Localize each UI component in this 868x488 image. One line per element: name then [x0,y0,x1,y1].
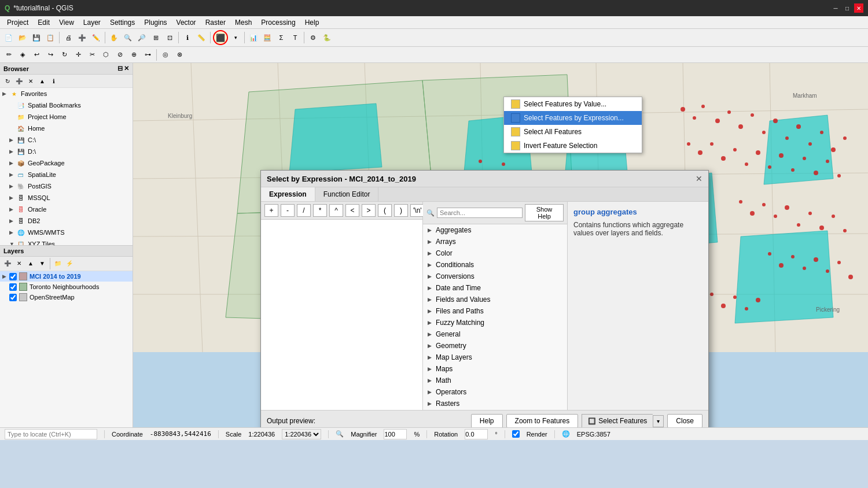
op-gt[interactable]: > [362,204,376,217]
snap-btn[interactable]: ⊶ [141,49,154,61]
print-layout-btn[interactable]: 🖨 [62,31,75,44]
browser-up-btn[interactable]: ▲ [37,76,47,86]
attr-table-btn[interactable]: 📊 [247,31,260,44]
fn-group-rasters[interactable]: ▶Rasters [423,398,567,409]
tab-function-editor[interactable]: Function Editor [315,187,379,201]
zoom-to-features-btn[interactable]: Zoom to Features [506,414,579,427]
render-checkbox[interactable] [512,430,520,438]
browser-item-db2[interactable]: ▶ 🗄 DB2 [0,215,133,227]
fn-group-operators[interactable]: ▶Operators [423,386,567,398]
new-project-btn[interactable]: 📄 [2,31,15,44]
browser-item-mssql[interactable]: ▶ 🗄 MSSQL [0,192,133,204]
expression-input[interactable] [261,220,422,410]
browser-info-btn[interactable]: ℹ [49,76,59,86]
select-dropdown-btn[interactable]: ▾ [229,31,242,44]
browser-item-c-drive[interactable]: ▶ 💾 C:\ [0,134,133,146]
add-layer-btn[interactable]: ➕ [76,31,89,44]
move-btn[interactable]: ✛ [72,49,84,61]
function-search-input[interactable] [437,208,523,218]
browser-item-xyz[interactable]: ▼ 📋 XYZ Tiles [0,238,133,245]
menu-settings[interactable]: Settings [105,17,139,28]
menu-help[interactable]: Help [300,17,324,28]
digitize-btn2[interactable]: ✏ [2,49,15,61]
zoom-full-btn[interactable]: ⊞ [149,31,162,44]
op-lt[interactable]: < [345,204,359,217]
label-btn[interactable]: T [289,31,301,44]
browser-refresh-btn[interactable]: ↻ [2,76,13,86]
layer-remove-btn[interactable]: ✕ [14,258,24,268]
dropdown-select-by-value[interactable]: Select Features by Value... [504,97,642,111]
fn-group-conversions[interactable]: ▶Conversions [423,271,567,282]
op-open-paren[interactable]: ( [378,204,392,217]
menu-view[interactable]: View [54,17,79,28]
save-project-btn[interactable]: 💾 [30,31,43,44]
menu-mesh[interactable]: Mesh [230,17,256,28]
dialog-close-x-btn[interactable]: ✕ [696,174,703,183]
browser-add-btn[interactable]: ➕ [14,76,24,86]
fill-ring-btn[interactable]: ⊗ [173,49,186,61]
browser-item-project-home[interactable]: 📁 Project Home [0,111,133,123]
browser-item-d-drive[interactable]: ▶ 💾 D:\ [0,146,133,157]
fn-group-fields-values[interactable]: ▶Fields and Values [423,294,567,305]
fn-group-maps[interactable]: ▶Maps [423,363,567,375]
select-features-dropdown-btn[interactable]: ▾ [653,415,664,427]
show-help-btn[interactable]: Show Help [525,204,564,221]
browser-item-wms[interactable]: ▶ 🌐 WMS/WMTS [0,227,133,238]
fn-group-geometry[interactable]: ▶Geometry [423,340,567,352]
identify-btn[interactable]: ℹ [181,31,194,44]
op-newline[interactable]: '\n' [410,204,424,217]
layer-dn-btn[interactable]: ▼ [37,258,47,268]
browser-item-geopackage[interactable]: ▶ 📦 GeoPackage [0,157,133,169]
menu-vector[interactable]: Vector [172,17,201,28]
node-tool-btn[interactable]: ◈ [16,49,29,61]
fn-group-color[interactable]: ▶Color [423,247,567,259]
menu-raster[interactable]: Raster [201,17,230,28]
browser-item-oracle[interactable]: ▶ 🗄 Oracle [0,204,133,215]
fn-group-date-time[interactable]: ▶Date and Time [423,282,567,294]
op-minus[interactable]: - [281,204,295,217]
fn-group-aggregates[interactable]: ▶Aggregates [423,224,567,236]
maximize-button[interactable]: □ [843,3,852,13]
menu-edit[interactable]: Edit [33,17,54,28]
browser-remove-btn[interactable]: ✕ [25,76,36,86]
zoom-out-btn[interactable]: 🔎 [135,31,148,44]
rotation-input[interactable] [465,429,488,439]
split-btn[interactable]: ⊘ [113,49,126,61]
fn-group-fuzzy[interactable]: ▶Fuzzy Matching [423,317,567,328]
magnifier-input[interactable] [384,429,407,439]
delete-btn[interactable]: ✂ [86,49,98,61]
close-browser-icon[interactable]: ✕ [124,65,129,72]
zoom-in-btn[interactable]: 🔍 [122,31,134,44]
layer-mci[interactable]: ▶ MCI 2014 to 2019 [0,271,133,282]
fn-group-general[interactable]: ▶General [423,328,567,340]
menu-processing[interactable]: Processing [256,17,300,28]
measure-btn[interactable]: 📏 [195,31,208,44]
redo-btn[interactable]: ↪ [44,49,57,61]
minimize-button[interactable]: ─ [831,3,840,13]
op-close-paren[interactable]: ) [394,204,408,217]
browser-item-spatialite[interactable]: ▶ 🗃 SpatiaLite [0,169,133,180]
layer-filter-btn[interactable]: ⚡ [64,258,75,268]
merge-btn[interactable]: ⊕ [127,49,140,61]
reshape-btn[interactable]: ⬡ [100,49,112,61]
browser-item-postgis[interactable]: ▶ 🐘 PostGIS [0,180,133,192]
select-features-main-btn[interactable]: ⬛ [213,30,228,45]
dropdown-select-by-expression[interactable]: Select Features by Expression... [504,111,642,125]
stats-btn[interactable]: Σ [275,31,288,44]
fn-group-math[interactable]: ▶Math [423,375,567,386]
menu-project[interactable]: Project [2,17,33,28]
op-caret[interactable]: ^ [329,204,343,217]
fn-group-files-paths[interactable]: ▶Files and Paths [423,305,567,317]
open-field-calc-btn[interactable]: 🧮 [261,31,274,44]
map-area[interactable]: Mississauga Kleinburg Markham Pickering … [133,63,868,427]
zoom-layer-btn[interactable]: ⊡ [163,31,176,44]
menu-layer[interactable]: Layer [79,17,105,28]
dock-icon[interactable]: ⊟ [117,65,123,72]
layer-group-btn[interactable]: 📁 [53,258,63,268]
op-divide[interactable]: / [297,204,311,217]
scale-select[interactable]: 1:220436 1:100000 1:50000 [282,429,321,439]
open-project-btn[interactable]: 📂 [16,31,29,44]
layer-osm[interactable]: OpenStreetMap [0,292,133,302]
select-features-main-action-btn[interactable]: 🔲Select Features [582,414,653,427]
help-button[interactable]: Help [471,414,503,427]
